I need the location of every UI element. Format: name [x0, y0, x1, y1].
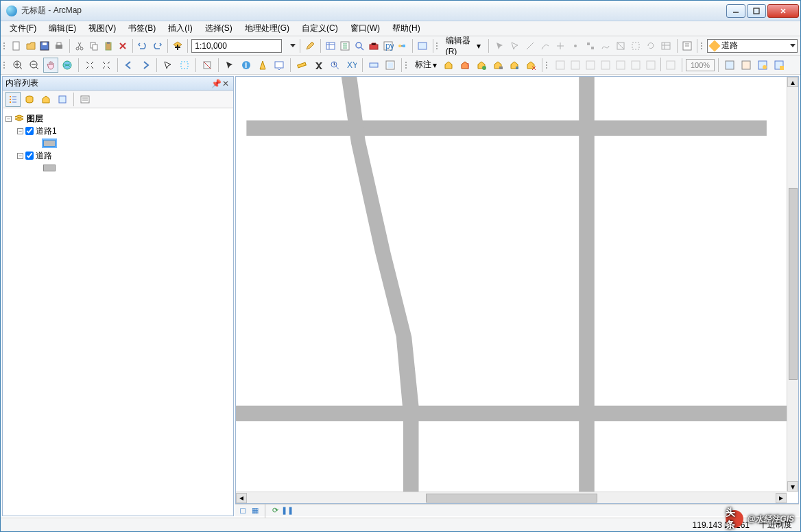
georef-button8[interactable]: [663, 58, 678, 73]
grip-icon[interactable]: [3, 58, 7, 72]
layout-button3[interactable]: [755, 58, 770, 73]
scroll-thumb[interactable]: [789, 188, 798, 380]
tree-dataframe[interactable]: − 图层: [5, 112, 230, 125]
menu-select[interactable]: 选择(S): [200, 21, 237, 36]
data-view-button[interactable]: ▢: [238, 506, 248, 516]
target-layer-combo[interactable]: 道路: [707, 39, 798, 53]
georef-button2[interactable]: [568, 58, 583, 73]
georef-button7[interactable]: [643, 58, 658, 73]
time-slider-button[interactable]: [366, 58, 381, 73]
menu-window[interactable]: 窗口(W): [346, 21, 385, 36]
view-unplaced-button[interactable]: [523, 58, 538, 73]
pause-draw-button[interactable]: ❚❚: [283, 506, 292, 516]
georef-button1[interactable]: [553, 58, 568, 73]
clear-selection-button[interactable]: [200, 58, 215, 73]
menu-customize[interactable]: 自定义(C): [297, 21, 343, 36]
label-manager-button[interactable]: [441, 58, 456, 73]
pin-icon[interactable]: 📌: [211, 79, 221, 88]
list-by-source-button[interactable]: [22, 92, 37, 107]
pan-button[interactable]: [43, 58, 58, 73]
symbol-swatch[interactable]: [43, 140, 56, 147]
grip-icon[interactable]: [546, 58, 549, 72]
menu-geoprocessing[interactable]: 地理处理(G): [240, 21, 294, 36]
edit-vertices-tool[interactable]: [583, 38, 598, 53]
maximize-button[interactable]: [747, 4, 766, 18]
toc-button[interactable]: [324, 38, 337, 53]
list-by-visibility-button[interactable]: [38, 92, 53, 107]
cut-button[interactable]: [73, 38, 86, 53]
tree-layer[interactable]: − 道路: [5, 149, 230, 162]
pause-labels-button[interactable]: [507, 58, 522, 73]
menu-help[interactable]: 帮助(H): [387, 21, 425, 36]
tree-layer[interactable]: − 道路1: [5, 125, 230, 137]
back-button[interactable]: [121, 58, 136, 73]
add-data-button[interactable]: [171, 38, 184, 53]
layout-button1[interactable]: [722, 58, 737, 73]
cut-polygons-tool[interactable]: [613, 38, 628, 53]
georef-button5[interactable]: [613, 58, 628, 73]
menu-bookmarks[interactable]: 书签(B): [123, 21, 160, 36]
zoom-in-button[interactable]: [10, 58, 25, 73]
labeling-dropdown[interactable]: 标注 ▾: [412, 59, 440, 71]
scroll-thumb[interactable]: [426, 494, 597, 503]
tree-symbol[interactable]: [5, 137, 230, 149]
redo-button[interactable]: [151, 38, 164, 53]
endpoint-arc-tool[interactable]: [538, 38, 553, 53]
open-button[interactable]: [24, 38, 37, 53]
point-tool[interactable]: [568, 38, 583, 53]
map-scale-input[interactable]: [191, 39, 282, 53]
grip-icon[interactable]: [405, 58, 409, 72]
grip-icon[interactable]: [701, 39, 704, 53]
tree-symbol[interactable]: [5, 162, 230, 174]
layout-button4[interactable]: [772, 58, 787, 73]
scroll-left-icon[interactable]: ◂: [236, 493, 247, 503]
straight-segment-tool[interactable]: [523, 38, 538, 53]
full-extent-button[interactable]: [60, 58, 75, 73]
fixed-zoom-out-button[interactable]: [99, 58, 114, 73]
map-canvas[interactable]: ▴ ▾ ◂ ▸: [235, 76, 799, 504]
lock-labels-button[interactable]: [490, 58, 505, 73]
georef-button3[interactable]: [583, 58, 598, 73]
scale-dropdown[interactable]: [283, 38, 296, 53]
reshape-tool[interactable]: [598, 38, 613, 53]
find-route-button[interactable]: [327, 58, 342, 73]
label-weight-button[interactable]: [474, 58, 489, 73]
zoom-percent-input[interactable]: [686, 59, 715, 71]
arctoolbox-button[interactable]: [367, 38, 380, 53]
model-builder-button[interactable]: [396, 38, 409, 53]
results-button[interactable]: [416, 38, 429, 53]
measure-button[interactable]: [294, 58, 309, 73]
editor-toolbar-button[interactable]: [304, 38, 317, 53]
rotate-tool[interactable]: [643, 38, 658, 53]
select-features-button[interactable]: [177, 58, 192, 73]
layout-button2[interactable]: [739, 58, 754, 73]
list-by-selection-button[interactable]: [55, 92, 70, 107]
forward-button[interactable]: [138, 58, 153, 73]
label-priority-button[interactable]: !: [457, 58, 473, 73]
scroll-right-icon[interactable]: ▸: [776, 493, 787, 503]
hyperlink-button[interactable]: [255, 58, 270, 73]
layer-visibility-checkbox[interactable]: [25, 127, 34, 135]
layout-view-button[interactable]: ▦: [250, 506, 260, 516]
split-tool[interactable]: [628, 38, 643, 53]
print-button[interactable]: [53, 38, 66, 53]
menu-file[interactable]: 文件(F): [5, 21, 41, 36]
edit-annotation-tool[interactable]: [507, 38, 523, 53]
menu-view[interactable]: 视图(V): [84, 21, 121, 36]
menu-edit[interactable]: 编辑(E): [44, 21, 81, 36]
refresh-button[interactable]: ⟳: [270, 506, 280, 516]
paste-button[interactable]: [101, 38, 115, 53]
sketch-properties-button[interactable]: [681, 38, 694, 53]
html-popup-button[interactable]: [272, 58, 287, 73]
fixed-zoom-in-button[interactable]: [82, 58, 97, 73]
delete-button[interactable]: [116, 38, 129, 53]
close-button[interactable]: [767, 4, 799, 18]
editor-dropdown[interactable]: 编辑器(R)▾: [443, 36, 485, 56]
attributes-button[interactable]: [658, 38, 673, 53]
list-by-drawing-order-button[interactable]: [5, 92, 21, 107]
copy-button[interactable]: [87, 38, 100, 53]
collapse-icon[interactable]: −: [17, 128, 23, 134]
grip-icon[interactable]: [3, 39, 6, 53]
undo-button[interactable]: [136, 38, 150, 53]
vertical-scrollbar[interactable]: ▴ ▾: [787, 77, 798, 492]
